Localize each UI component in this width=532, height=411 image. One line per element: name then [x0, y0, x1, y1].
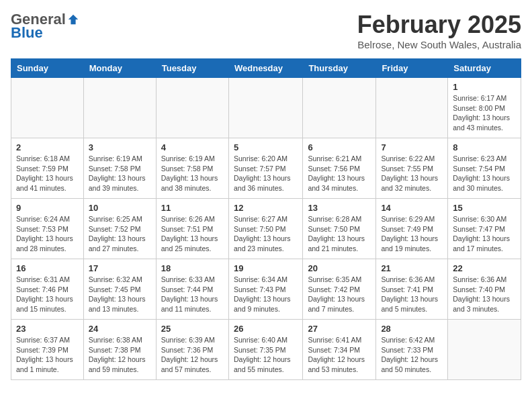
- calendar-cell: [228, 78, 302, 138]
- calendar-header-row: SundayMondayTuesdayWednesdayThursdayFrid…: [11, 59, 521, 78]
- calendar-week-row: 2Sunrise: 6:18 AM Sunset: 7:59 PM Daylig…: [11, 138, 521, 199]
- calendar-cell: 3Sunrise: 6:19 AM Sunset: 7:58 PM Daylig…: [83, 138, 156, 199]
- header-monday: Monday: [83, 59, 156, 78]
- title-section: February 2025 Belrose, New South Wales, …: [357, 11, 521, 50]
- calendar-cell: 10Sunrise: 6:25 AM Sunset: 7:52 PM Dayli…: [83, 199, 156, 259]
- day-info: Sunrise: 6:42 AM Sunset: 7:33 PM Dayligh…: [381, 335, 443, 375]
- day-number: 26: [234, 324, 298, 334]
- day-info: Sunrise: 6:26 AM Sunset: 7:51 PM Dayligh…: [161, 214, 224, 254]
- day-info: Sunrise: 6:35 AM Sunset: 7:42 PM Dayligh…: [308, 275, 371, 314]
- calendar-cell: 13Sunrise: 6:28 AM Sunset: 7:50 PM Dayli…: [303, 199, 376, 259]
- day-info: Sunrise: 6:30 AM Sunset: 7:47 PM Dayligh…: [453, 214, 516, 254]
- day-number: 1: [453, 82, 516, 92]
- day-number: 4: [161, 142, 224, 152]
- day-info: Sunrise: 6:18 AM Sunset: 7:59 PM Dayligh…: [16, 154, 79, 193]
- calendar-cell: 22Sunrise: 6:36 AM Sunset: 7:40 PM Dayli…: [448, 259, 521, 320]
- calendar-cell: [156, 78, 228, 138]
- location-subtitle: Belrose, New South Wales, Australia: [357, 39, 521, 50]
- day-info: Sunrise: 6:23 AM Sunset: 7:54 PM Dayligh…: [453, 154, 516, 193]
- day-number: 10: [89, 203, 151, 213]
- day-number: 18: [161, 263, 224, 273]
- day-info: Sunrise: 6:21 AM Sunset: 7:56 PM Dayligh…: [308, 154, 371, 193]
- day-info: Sunrise: 6:22 AM Sunset: 7:55 PM Dayligh…: [381, 154, 443, 193]
- day-info: Sunrise: 6:17 AM Sunset: 8:00 PM Dayligh…: [453, 93, 516, 133]
- day-number: 3: [89, 142, 151, 152]
- calendar-cell: 15Sunrise: 6:30 AM Sunset: 7:47 PM Dayli…: [448, 199, 521, 259]
- day-number: 12: [234, 203, 298, 213]
- page-header: General Blue February 2025 Belrose, New …: [11, 11, 521, 50]
- day-info: Sunrise: 6:24 AM Sunset: 7:53 PM Dayligh…: [16, 214, 79, 254]
- day-number: 21: [381, 263, 443, 273]
- day-info: Sunrise: 6:40 AM Sunset: 7:35 PM Dayligh…: [234, 335, 298, 375]
- calendar-cell: 23Sunrise: 6:37 AM Sunset: 7:39 PM Dayli…: [11, 320, 84, 380]
- month-title: February 2025: [357, 11, 521, 39]
- day-info: Sunrise: 6:36 AM Sunset: 7:40 PM Dayligh…: [453, 275, 516, 314]
- calendar-cell: 28Sunrise: 6:42 AM Sunset: 7:33 PM Dayli…: [376, 320, 448, 380]
- calendar-week-row: 9Sunrise: 6:24 AM Sunset: 7:53 PM Daylig…: [11, 199, 521, 259]
- header-tuesday: Tuesday: [156, 59, 228, 78]
- calendar-cell: 4Sunrise: 6:19 AM Sunset: 7:58 PM Daylig…: [156, 138, 228, 199]
- day-number: 8: [453, 142, 516, 152]
- calendar-cell: 2Sunrise: 6:18 AM Sunset: 7:59 PM Daylig…: [11, 138, 84, 199]
- day-info: Sunrise: 6:19 AM Sunset: 7:58 PM Dayligh…: [89, 154, 151, 193]
- calendar-cell: 25Sunrise: 6:39 AM Sunset: 7:36 PM Dayli…: [156, 320, 228, 380]
- day-info: Sunrise: 6:37 AM Sunset: 7:39 PM Dayligh…: [16, 335, 79, 375]
- calendar-cell: 27Sunrise: 6:41 AM Sunset: 7:34 PM Dayli…: [303, 320, 376, 380]
- calendar-cell: 16Sunrise: 6:31 AM Sunset: 7:46 PM Dayli…: [11, 259, 84, 320]
- calendar-cell: 17Sunrise: 6:32 AM Sunset: 7:45 PM Dayli…: [83, 259, 156, 320]
- calendar-cell: [11, 78, 84, 138]
- calendar-cell: [303, 78, 376, 138]
- calendar-week-row: 16Sunrise: 6:31 AM Sunset: 7:46 PM Dayli…: [11, 259, 521, 320]
- calendar-cell: 18Sunrise: 6:33 AM Sunset: 7:44 PM Dayli…: [156, 259, 228, 320]
- logo: General Blue: [11, 11, 79, 42]
- calendar-table: SundayMondayTuesdayWednesdayThursdayFrid…: [11, 58, 521, 380]
- header-friday: Friday: [376, 59, 448, 78]
- day-info: Sunrise: 6:19 AM Sunset: 7:58 PM Dayligh…: [161, 154, 224, 193]
- header-sunday: Sunday: [11, 59, 84, 78]
- calendar-cell: 1Sunrise: 6:17 AM Sunset: 8:00 PM Daylig…: [448, 78, 521, 138]
- calendar-cell: [448, 320, 521, 380]
- day-number: 23: [16, 324, 79, 334]
- calendar-cell: 21Sunrise: 6:36 AM Sunset: 7:41 PM Dayli…: [376, 259, 448, 320]
- header-wednesday: Wednesday: [228, 59, 302, 78]
- day-number: 2: [16, 142, 79, 152]
- day-number: 6: [308, 142, 371, 152]
- day-info: Sunrise: 6:36 AM Sunset: 7:41 PM Dayligh…: [381, 275, 443, 314]
- day-number: 25: [161, 324, 224, 334]
- calendar-cell: 5Sunrise: 6:20 AM Sunset: 7:57 PM Daylig…: [228, 138, 302, 199]
- day-info: Sunrise: 6:32 AM Sunset: 7:45 PM Dayligh…: [89, 275, 151, 314]
- day-number: 14: [381, 203, 443, 213]
- day-info: Sunrise: 6:39 AM Sunset: 7:36 PM Dayligh…: [161, 335, 224, 375]
- calendar-cell: 14Sunrise: 6:29 AM Sunset: 7:49 PM Dayli…: [376, 199, 448, 259]
- day-number: 13: [308, 203, 371, 213]
- day-number: 16: [16, 263, 79, 273]
- logo-icon: [67, 13, 79, 26]
- calendar-cell: 19Sunrise: 6:34 AM Sunset: 7:43 PM Dayli…: [228, 259, 302, 320]
- calendar-cell: 20Sunrise: 6:35 AM Sunset: 7:42 PM Dayli…: [303, 259, 376, 320]
- day-number: 7: [381, 142, 443, 152]
- day-number: 17: [89, 263, 151, 273]
- day-info: Sunrise: 6:28 AM Sunset: 7:50 PM Dayligh…: [308, 214, 371, 254]
- calendar-cell: 24Sunrise: 6:38 AM Sunset: 7:38 PM Dayli…: [83, 320, 156, 380]
- calendar-cell: 26Sunrise: 6:40 AM Sunset: 7:35 PM Dayli…: [228, 320, 302, 380]
- day-info: Sunrise: 6:31 AM Sunset: 7:46 PM Dayligh…: [16, 275, 79, 314]
- day-number: 15: [453, 203, 516, 213]
- calendar-cell: [83, 78, 156, 138]
- day-info: Sunrise: 6:34 AM Sunset: 7:43 PM Dayligh…: [234, 275, 298, 314]
- day-info: Sunrise: 6:27 AM Sunset: 7:50 PM Dayligh…: [234, 214, 298, 254]
- calendar-cell: 12Sunrise: 6:27 AM Sunset: 7:50 PM Dayli…: [228, 199, 302, 259]
- calendar-cell: 11Sunrise: 6:26 AM Sunset: 7:51 PM Dayli…: [156, 199, 228, 259]
- day-number: 11: [161, 203, 224, 213]
- calendar-cell: 6Sunrise: 6:21 AM Sunset: 7:56 PM Daylig…: [303, 138, 376, 199]
- day-number: 9: [16, 203, 79, 213]
- calendar-week-row: 1Sunrise: 6:17 AM Sunset: 8:00 PM Daylig…: [11, 78, 521, 138]
- day-info: Sunrise: 6:25 AM Sunset: 7:52 PM Dayligh…: [89, 214, 151, 254]
- day-number: 22: [453, 263, 516, 273]
- day-info: Sunrise: 6:41 AM Sunset: 7:34 PM Dayligh…: [308, 335, 371, 375]
- calendar-cell: [376, 78, 448, 138]
- day-info: Sunrise: 6:29 AM Sunset: 7:49 PM Dayligh…: [381, 214, 443, 254]
- day-info: Sunrise: 6:33 AM Sunset: 7:44 PM Dayligh…: [161, 275, 224, 314]
- calendar-cell: 9Sunrise: 6:24 AM Sunset: 7:53 PM Daylig…: [11, 199, 84, 259]
- day-number: 19: [234, 263, 298, 273]
- day-number: 28: [381, 324, 443, 334]
